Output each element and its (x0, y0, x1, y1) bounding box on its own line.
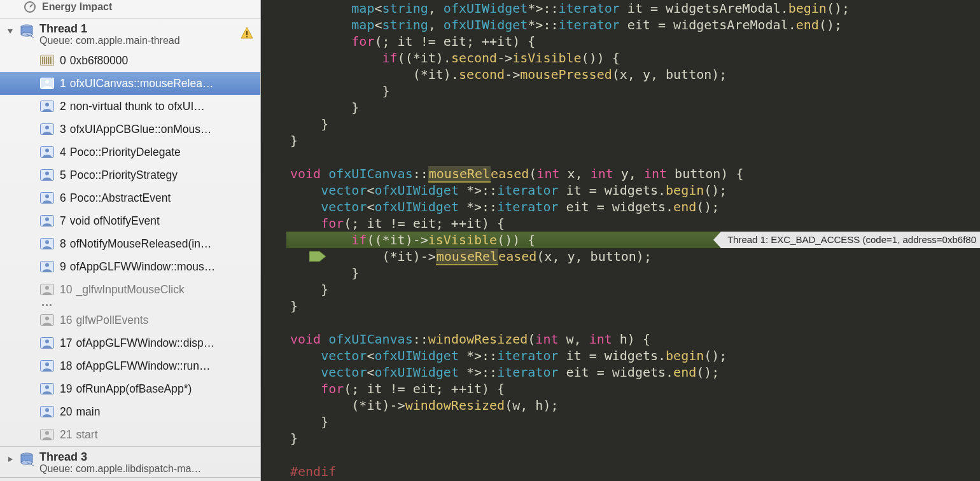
stack-frame-row[interactable]: 20 main (0, 400, 260, 423)
stack-frame-row[interactable]: 10 _glfwInputMouseClick (0, 278, 260, 301)
svg-rect-12 (48, 57, 49, 64)
frame-label: non-virtual thunk to ofxUI… (70, 100, 205, 113)
stack-frame-row[interactable]: 21 start (0, 423, 260, 446)
svg-point-28 (45, 218, 49, 221)
frame-label: ofRunApp(ofBaseApp*) (76, 382, 192, 396)
code-line: } (286, 132, 980, 149)
code-line: } (286, 265, 980, 281)
svg-point-16 (45, 80, 49, 84)
person-icon (39, 77, 55, 90)
svg-rect-6 (246, 31, 248, 35)
frame-label: ofAppGLFWWindow::run… (76, 359, 210, 373)
code-line: } (286, 430, 980, 447)
frame-label: ofxUIAppCBGlue::onMous… (70, 123, 212, 136)
frame-label: glfwPollEvents (76, 314, 148, 327)
debug-navigator: Energy Impact Thread 1 Queue: com.apple.… (0, 0, 261, 481)
thread-group: Thread 1 Queue: com.apple.main-thread 0 … (0, 18, 260, 447)
stack-frame-row[interactable]: 6 Poco::AbstractEvent (0, 186, 260, 209)
svg-rect-14 (52, 57, 52, 64)
person-icon (39, 382, 55, 395)
svg-point-30 (45, 240, 49, 244)
code-line: } (286, 83, 980, 99)
svg-point-22 (45, 149, 49, 153)
frame-label: void ofNotifyEvent (70, 214, 160, 228)
person-icon (39, 428, 55, 441)
frame-index: 3 (60, 123, 66, 136)
disclosure-triangle-icon[interactable] (5, 26, 15, 36)
stack-frame-row[interactable]: 7 void ofNotifyEvent (0, 209, 260, 232)
code-line: #endif (286, 463, 980, 480)
stack-frame-row[interactable]: 0 0xb6f80000 (0, 49, 260, 72)
svg-point-34 (45, 286, 49, 290)
code-line: for(; it != eit; ++it) { (286, 380, 980, 397)
code-line: } (286, 298, 980, 314)
stack-frame-collapsed[interactable] (0, 301, 260, 309)
stack-frame-row[interactable]: 1 ofxUICanvas::mouseRelea… (0, 72, 260, 95)
stack-frame-row[interactable]: 3 ofxUIAppCBGlue::onMous… (0, 118, 260, 141)
frame-label: main (76, 405, 100, 419)
section-title: Energy Impact (42, 1, 112, 13)
frame-label: Poco::PriorityDelegate (70, 146, 181, 159)
frame-index: 1 (60, 77, 66, 90)
person-icon (39, 405, 55, 418)
code-line: } (286, 281, 980, 298)
svg-point-46 (45, 431, 49, 435)
code-line (286, 314, 980, 331)
section-header: Energy Impact (0, 0, 260, 18)
stack-frame-row[interactable]: 8 ofNotifyMouseReleased(in… (0, 232, 260, 255)
thread-header[interactable]: Thread 3 Queue: com.apple.libdispatch-ma… (0, 447, 260, 477)
svg-rect-11 (46, 57, 47, 64)
exception-badge[interactable]: Thread 1: EXC_BAD_ACCESS (code=1, addres… (713, 232, 980, 248)
svg-rect-7 (246, 36, 248, 38)
person-icon (39, 146, 55, 158)
stack-frame-row[interactable]: 18 ofAppGLFWWindow::run… (0, 354, 260, 377)
code-line: void ofxUICanvas::windowResized(int w, i… (286, 331, 980, 347)
frame-index: 0 (60, 54, 66, 67)
thread-spool-icon (19, 452, 34, 467)
person-icon (39, 169, 55, 181)
svg-point-24 (45, 172, 49, 176)
editor-gutter (261, 0, 286, 481)
stack-frame-row[interactable]: 2 non-virtual thunk to ofxUI… (0, 95, 260, 118)
code-editor[interactable]: map<string, ofxUIWidget*>::iterator it =… (286, 0, 980, 481)
frame-label: _glfwInputMouseClick (76, 283, 184, 296)
person-icon (39, 237, 55, 250)
thread-queue: Queue: com.apple.libdispatch-ma… (39, 463, 201, 475)
stack-frame-row[interactable]: 9 ofAppGLFWWindow::mous… (0, 255, 260, 278)
frame-index: 4 (60, 146, 66, 159)
frame-label: ofAppGLFWWindow::mous… (70, 260, 216, 274)
stack-frame-row[interactable]: 5 Poco::PriorityStrategy (0, 164, 260, 186)
memory-icon (39, 54, 55, 67)
stack-frame-row[interactable]: 17 ofAppGLFWWindow::disp… (0, 331, 260, 354)
frame-label: Poco::PriorityStrategy (70, 169, 178, 182)
code-line: (*it)->mouseReleased(x, y, button); (286, 248, 980, 265)
stack-frame-list: 0 0xb6f80000 1 ofxUICanvas::mouseRelea… … (0, 49, 260, 446)
frame-index: 10 (60, 283, 72, 296)
svg-point-44 (45, 408, 49, 412)
frame-label: ofxUICanvas::mouseRelea… (70, 77, 214, 90)
person-icon (39, 359, 55, 372)
frame-label: ofAppGLFWWindow::disp… (76, 337, 214, 350)
stack-frame-row[interactable]: 16 glfwPollEvents (0, 309, 260, 331)
person-icon (39, 337, 55, 349)
code-line: } (286, 99, 980, 116)
stack-frame-row[interactable]: 19 ofRunApp(ofBaseApp*) (0, 377, 260, 400)
frame-index: 5 (60, 169, 66, 182)
frame-index: 6 (60, 192, 66, 205)
gauge-icon (23, 0, 37, 14)
person-icon (39, 214, 55, 227)
code-line: vector<ofxUIWidget *>::iterator it = wid… (286, 182, 980, 199)
thread-name: Thread 3 (39, 450, 201, 464)
svg-point-18 (45, 103, 49, 107)
code-line (286, 447, 980, 463)
code-line: if((*it)->isVisible()) {Thread 1: EXC_BA… (286, 232, 980, 248)
disclosure-triangle-icon[interactable] (5, 454, 15, 464)
stack-frame-row[interactable]: 4 Poco::PriorityDelegate (0, 141, 260, 164)
thread-header[interactable]: Thread 1 Queue: com.apple.main-thread (0, 18, 260, 49)
code-line: } (286, 116, 980, 132)
svg-point-20 (45, 126, 49, 130)
thread-group: Thread 3 Queue: com.apple.libdispatch-ma… (0, 447, 260, 478)
code-line (286, 149, 980, 165)
code-line: vector<ofxUIWidget *>::iterator eit = wi… (286, 199, 980, 215)
person-icon (39, 283, 55, 296)
